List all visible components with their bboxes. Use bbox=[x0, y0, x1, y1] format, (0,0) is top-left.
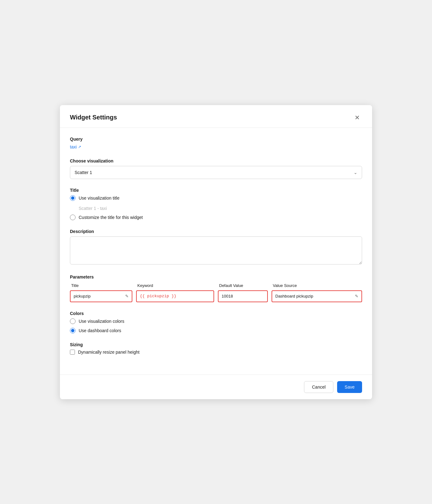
customize-title-label: Customize the title for this widget bbox=[79, 215, 143, 220]
parameters-label: Parameters bbox=[70, 274, 362, 279]
visualization-select[interactable]: Scatter 1 ⌄ bbox=[70, 166, 362, 179]
param-title-value: pickupzip bbox=[74, 294, 91, 298]
use-dashboard-colors-radio[interactable] bbox=[70, 328, 76, 333]
use-viz-colors-label: Use visualization colors bbox=[79, 319, 124, 324]
sizing-section: Sizing Dynamically resize panel height bbox=[70, 342, 362, 355]
visualization-select-wrapper: Scatter 1 ⌄ bbox=[70, 166, 362, 179]
title-section: Title Use visualization title Scatter 1 … bbox=[70, 188, 362, 220]
colors-label: Colors bbox=[70, 311, 362, 316]
use-viz-title-option[interactable]: Use visualization title bbox=[70, 195, 362, 201]
use-viz-title-radio[interactable] bbox=[70, 195, 76, 201]
dynamic-resize-option[interactable]: Dynamically resize panel height bbox=[70, 350, 362, 355]
description-label: Description bbox=[70, 229, 362, 234]
widget-settings-dialog: Widget Settings ✕ Query taxi ↗ Choose vi… bbox=[60, 105, 372, 399]
use-viz-title-label: Use visualization title bbox=[79, 196, 120, 201]
sizing-label: Sizing bbox=[70, 342, 362, 347]
use-dashboard-colors-label: Use dashboard colors bbox=[79, 328, 121, 333]
param-header-row: Title Keyword Default Value Value Source bbox=[70, 283, 362, 288]
colors-radio-group: Use visualization colors Use dashboard c… bbox=[70, 318, 362, 333]
query-label: Query bbox=[70, 137, 362, 142]
query-section: Query taxi ↗ bbox=[70, 137, 362, 150]
param-header-keyword: Keyword bbox=[137, 283, 215, 288]
close-icon: ✕ bbox=[355, 114, 360, 121]
dialog-footer: Cancel Save bbox=[60, 375, 372, 399]
cancel-button[interactable]: Cancel bbox=[304, 381, 333, 393]
param-header-default: Default Value bbox=[219, 283, 269, 288]
parameters-table: Title Keyword Default Value Value Source… bbox=[70, 283, 362, 302]
use-viz-colors-radio[interactable] bbox=[70, 318, 76, 324]
parameters-section: Parameters Title Keyword Default Value V… bbox=[70, 274, 362, 302]
dialog-title: Widget Settings bbox=[70, 114, 117, 121]
param-header-title: Title bbox=[71, 283, 134, 288]
use-dashboard-colors-option[interactable]: Use dashboard colors bbox=[70, 328, 362, 333]
title-label: Title bbox=[70, 188, 362, 193]
description-textarea[interactable] bbox=[70, 236, 362, 264]
colors-section: Colors Use visualization colors Use dash… bbox=[70, 311, 362, 333]
visualization-section: Choose visualization Scatter 1 ⌄ bbox=[70, 158, 362, 179]
title-radio-group: Use visualization title Scatter 1 - taxi… bbox=[70, 195, 362, 220]
dialog-header: Widget Settings ✕ bbox=[60, 105, 372, 128]
title-placeholder-text: Scatter 1 - taxi bbox=[79, 206, 362, 211]
param-data-row: pickupzip ✎ {{ pickupzip }} 10018 Dashbo… bbox=[70, 290, 362, 302]
param-header-source: Value Source bbox=[273, 283, 361, 288]
param-title-cell[interactable]: pickupzip ✎ bbox=[70, 290, 132, 302]
sizing-options: Dynamically resize panel height bbox=[70, 350, 362, 355]
visualization-label: Choose visualization bbox=[70, 158, 362, 163]
param-default-value: 10018 bbox=[222, 294, 233, 298]
dynamic-resize-label: Dynamically resize panel height bbox=[78, 350, 140, 355]
use-viz-colors-option[interactable]: Use visualization colors bbox=[70, 318, 362, 324]
param-default-cell[interactable]: 10018 bbox=[218, 290, 268, 302]
visualization-selected-value: Scatter 1 bbox=[75, 170, 92, 175]
param-source-edit-icon[interactable]: ✎ bbox=[355, 294, 358, 298]
customize-title-radio[interactable] bbox=[70, 215, 76, 220]
query-link[interactable]: taxi ↗ bbox=[70, 144, 81, 149]
save-button[interactable]: Save bbox=[337, 381, 362, 393]
query-link-text: taxi bbox=[70, 144, 77, 149]
param-title-edit-icon[interactable]: ✎ bbox=[125, 294, 129, 298]
param-source-value: Dashboard pickupzip bbox=[275, 294, 313, 298]
customize-title-option[interactable]: Customize the title for this widget bbox=[70, 215, 362, 220]
close-button[interactable]: ✕ bbox=[352, 113, 362, 123]
param-keyword-value: {{ pickupzip }} bbox=[140, 294, 176, 298]
param-keyword-cell[interactable]: {{ pickupzip }} bbox=[136, 290, 214, 302]
external-link-icon: ↗ bbox=[78, 145, 81, 149]
dynamic-resize-checkbox[interactable] bbox=[70, 350, 75, 355]
chevron-down-icon: ⌄ bbox=[354, 170, 357, 175]
param-source-cell[interactable]: Dashboard pickupzip ✎ bbox=[272, 290, 362, 302]
description-section: Description bbox=[70, 229, 362, 266]
dialog-body: Query taxi ↗ Choose visualization Scatte… bbox=[60, 128, 372, 372]
